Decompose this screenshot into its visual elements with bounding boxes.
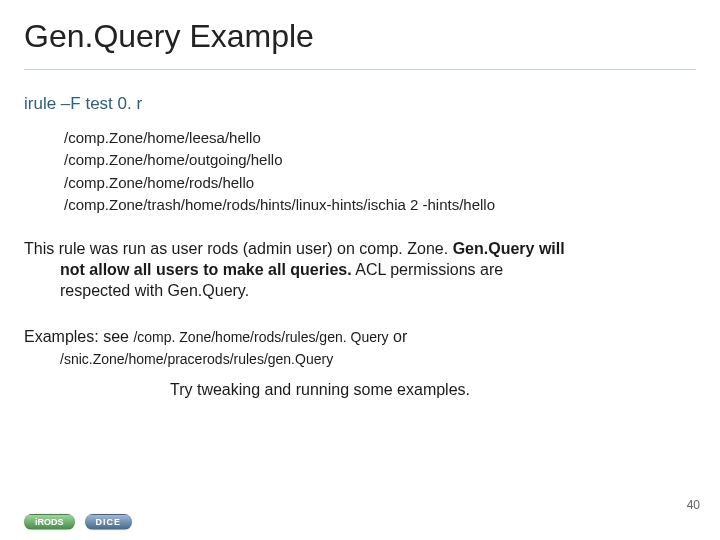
example-path: /comp. Zone/home/rods/rules/gen. Query: [133, 329, 388, 345]
slide-title: Gen.Query Example: [0, 0, 720, 55]
footer-badges: iRODS DICE: [24, 514, 132, 530]
para-bold: Gen.Query will: [453, 240, 565, 257]
examples-paragraph: Examples: see /comp. Zone/home/rods/rule…: [0, 325, 720, 368]
slide-number: 40: [687, 498, 700, 512]
title-divider: [24, 69, 696, 70]
or-text: or: [389, 328, 408, 345]
para-text: This rule was run as user rods (admin us…: [24, 240, 453, 257]
dice-badge: DICE: [85, 514, 133, 530]
example-path: /snic.Zone/home/pracerods/rules/gen.Quer…: [24, 349, 696, 369]
para-text: respected with Gen.Query.: [24, 281, 696, 302]
output-line: /comp.Zone/home/outgoing/hello: [64, 150, 720, 170]
tweak-line: Try tweaking and running some examples.: [0, 381, 720, 399]
irods-badge: iRODS: [24, 514, 75, 530]
para-text: ACL permissions are: [352, 261, 503, 278]
output-line: /comp.Zone/home/rods/hello: [64, 173, 720, 193]
outputs-block: /comp.Zone/home/leesa/hello /comp.Zone/h…: [0, 128, 720, 215]
para-bold: not allow all users to make all queries.: [60, 261, 352, 278]
output-line: /comp.Zone/trash/home/rods/hints/linux-h…: [64, 195, 720, 215]
examples-lead: Examples: see: [24, 328, 133, 345]
explanation-paragraph: This rule was run as user rods (admin us…: [0, 239, 720, 301]
output-line: /comp.Zone/home/leesa/hello: [64, 128, 720, 148]
command-line: irule –F test 0. r: [0, 84, 720, 120]
